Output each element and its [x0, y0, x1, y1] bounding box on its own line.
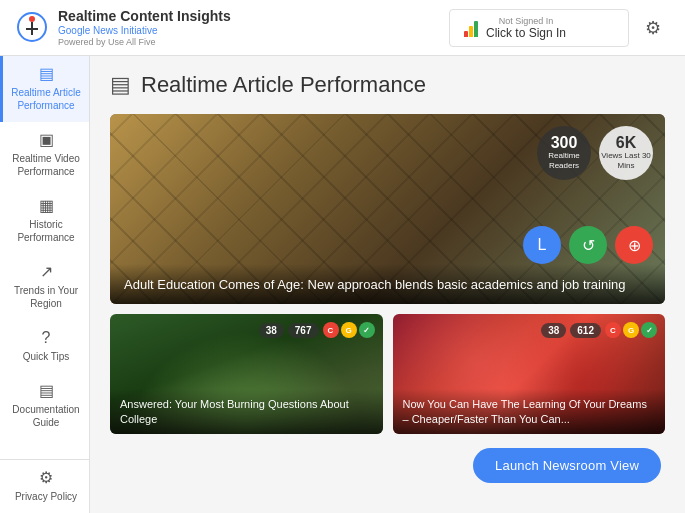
sidebar-item-label: Realtime Article Performance: [9, 86, 83, 112]
app-subtitle: Google News Initiative: [58, 25, 231, 37]
sidebar-item-label: Quick Tips: [23, 350, 70, 363]
sidebar-item-label: Documentation Guide: [9, 403, 83, 429]
article-card-caption-1: Answered: Your Most Burning Questions Ab…: [120, 397, 373, 426]
dot-yellow-2: G: [623, 322, 639, 338]
sidebar-item-privacy[interactable]: ⚙ Privacy Policy: [0, 460, 89, 513]
hero-article-card[interactable]: 300 Realtime Readers 6K Views Last 30 Mi…: [110, 114, 665, 304]
sidebar-item-realtime-video[interactable]: ▣ Realtime Video Performance: [0, 122, 89, 188]
sidebar: ▤ Realtime Article Performance ▣ Realtim…: [0, 56, 90, 513]
realtime-article-icon: ▤: [39, 66, 54, 82]
trends-icon: ↗: [40, 264, 53, 280]
docs-icon: ▤: [39, 383, 54, 399]
header-controls: Not Signed In Click to Sign In ⚙: [449, 9, 669, 47]
sidebar-item-docs[interactable]: ▤ Documentation Guide: [0, 373, 89, 439]
page-title: Realtime Article Performance: [141, 72, 426, 98]
article-card-caption-2: Now You Can Have The Learning Of Your Dr…: [403, 397, 656, 426]
launch-row: Launch Newsroom View: [110, 448, 665, 483]
chart-bar-1: [464, 31, 468, 37]
article-card-overlay-2: Now You Can Have The Learning Of Your Dr…: [393, 389, 666, 434]
article-dots-2: C G ✓: [605, 322, 657, 338]
article-badge-count-2b: 612: [570, 323, 601, 338]
dot-green-2: ✓: [641, 322, 657, 338]
quick-tips-icon: ?: [42, 330, 51, 346]
launch-newsroom-button[interactable]: Launch Newsroom View: [473, 448, 661, 483]
hero-overlay: Adult Education Comes of Age: New approa…: [110, 264, 665, 304]
sign-in-label-group: Not Signed In Click to Sign In: [486, 16, 566, 40]
hero-action-bookmark[interactable]: ⊕: [615, 226, 653, 264]
sidebar-item-label: Privacy Policy: [15, 490, 77, 503]
hero-action-share[interactable]: L: [523, 226, 561, 264]
hero-action-refresh[interactable]: ↺: [569, 226, 607, 264]
dot-green-1: ✓: [359, 322, 375, 338]
views-count: 6K: [616, 135, 636, 151]
hero-caption: Adult Education Comes of Age: New approa…: [124, 276, 651, 294]
small-article-card-2[interactable]: 38 612 C G ✓ Now You Can Have The Learni…: [393, 314, 666, 434]
realtime-video-icon: ▣: [39, 132, 54, 148]
page-title-icon: ▤: [110, 72, 131, 98]
sidebar-item-quick-tips[interactable]: ? Quick Tips: [0, 320, 89, 373]
app-title: Realtime Content Insights: [58, 8, 231, 25]
historic-icon: ▦: [39, 198, 54, 214]
article-badge-count-2a: 38: [541, 323, 566, 338]
small-article-cards: 38 767 C G ✓ Answered: Your Most Burning…: [110, 314, 665, 434]
dot-yellow-1: G: [341, 322, 357, 338]
article-card-stats-2: 38 612 C G ✓: [541, 322, 657, 338]
sidebar-item-label: Realtime Video Performance: [9, 152, 83, 178]
hero-stats: 300 Realtime Readers 6K Views Last 30 Mi…: [537, 126, 653, 180]
sidebar-item-trends[interactable]: ↗ Trends in Your Region: [0, 254, 89, 320]
article-badge-count-1b: 767: [288, 323, 319, 338]
click-to-sign-in-label: Click to Sign In: [486, 26, 566, 40]
sidebar-item-realtime-article[interactable]: ▤ Realtime Article Performance: [0, 56, 89, 122]
chart-bar-2: [469, 26, 473, 37]
settings-button[interactable]: ⚙: [637, 12, 669, 44]
article-dots-1: C G ✓: [323, 322, 375, 338]
not-signed-in-label: Not Signed In: [486, 16, 566, 26]
sidebar-item-historic[interactable]: ▦ Historic Performance: [0, 188, 89, 254]
sign-in-chart-icon: [464, 19, 478, 37]
readers-label: Realtime Readers: [537, 151, 591, 170]
header-title-group: Realtime Content Insights Google News In…: [58, 8, 231, 47]
sidebar-item-label: Historic Performance: [9, 218, 83, 244]
dot-red-2: C: [605, 322, 621, 338]
views-badge: 6K Views Last 30 Mins: [599, 126, 653, 180]
chart-bar-3: [474, 21, 478, 37]
app-header: Realtime Content Insights Google News In…: [0, 0, 685, 56]
article-badge-count-1a: 38: [259, 323, 284, 338]
svg-point-1: [29, 16, 35, 22]
page-title-row: ▤ Realtime Article Performance: [110, 72, 665, 98]
hero-actions: L ↺ ⊕: [523, 226, 653, 264]
small-article-card-1[interactable]: 38 767 C G ✓ Answered: Your Most Burning…: [110, 314, 383, 434]
readers-count: 300: [551, 135, 578, 151]
article-card-overlay-1: Answered: Your Most Burning Questions Ab…: [110, 389, 383, 434]
article-card-stats-1: 38 767 C G ✓: [259, 322, 375, 338]
app-logo-icon: [16, 11, 48, 43]
privacy-icon: ⚙: [39, 470, 53, 486]
gear-icon: ⚙: [645, 17, 661, 39]
powered-by-label: Powered by Use All Five: [58, 37, 231, 47]
sidebar-footer: ⚙ Privacy Policy: [0, 459, 89, 513]
main-layout: ▤ Realtime Article Performance ▣ Realtim…: [0, 56, 685, 513]
views-label: Views Last 30 Mins: [599, 151, 653, 170]
readers-badge: 300 Realtime Readers: [537, 126, 591, 180]
content-area: ▤ Realtime Article Performance 300 Realt…: [90, 56, 685, 513]
header-branding: Realtime Content Insights Google News In…: [16, 8, 231, 47]
sidebar-item-label: Trends in Your Region: [9, 284, 83, 310]
sign-in-button[interactable]: Not Signed In Click to Sign In: [449, 9, 629, 47]
dot-red-1: C: [323, 322, 339, 338]
